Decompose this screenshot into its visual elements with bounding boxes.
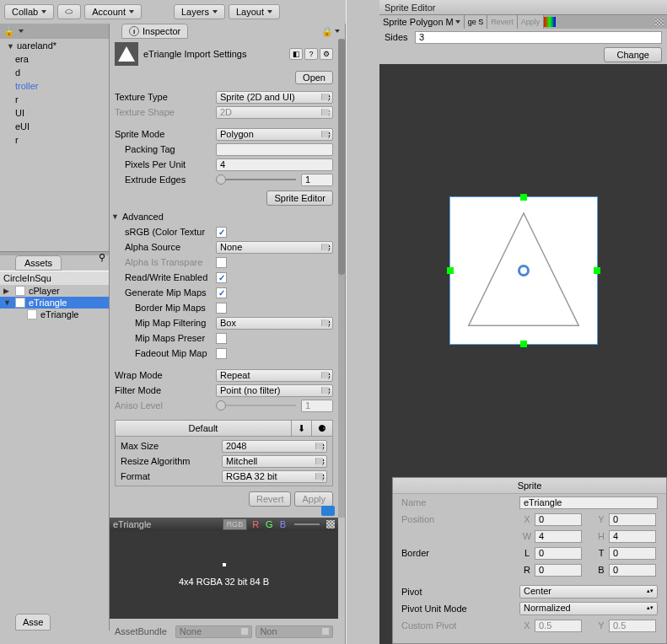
default-platform-button[interactable]: Default [116,421,292,436]
hierarchy-item[interactable]: d [0,66,109,79]
pivot-select[interactable]: Center▴▾ [519,585,658,598]
revert-button[interactable]: Revert [249,491,291,507]
sides-label: Sides [385,32,410,42]
android-platform-icon[interactable]: ⚈ [312,421,332,436]
layers-button[interactable]: Layers [174,4,225,19]
handle-top[interactable] [520,194,527,201]
scroll-thumb[interactable] [338,39,345,275]
hierarchy-item[interactable]: UI [0,106,109,120]
hierarchy-item[interactable]: troller [0,79,109,93]
breadcrumb[interactable]: CircleInSqu [0,271,109,285]
handle-right[interactable] [594,267,600,274]
resize-algo-select[interactable]: Mitchell▴▾ [222,455,327,468]
handle-bottom[interactable] [520,341,527,347]
mip-slider[interactable] [294,523,320,525]
alpha-icon[interactable] [326,520,335,529]
alpha-transp-checkbox [216,257,227,268]
alpha-icon[interactable] [655,18,664,26]
advanced-section[interactable]: ▼Advanced [110,209,338,224]
texture-type-select[interactable]: Sprite (2D and UI)▴▾ [216,91,333,104]
project-item-selected[interactable]: ▼eTriangle [0,297,109,309]
b-channel[interactable]: B [278,519,288,529]
pixels-per-unit-label: Pixels Per Unit [115,159,216,169]
open-button[interactable]: Open [295,71,333,84]
border-b-input[interactable] [609,564,656,577]
assetbundle-select[interactable]: None [175,625,253,638]
mipmaps-preserve-checkbox[interactable] [216,333,227,344]
wrap-mode-select[interactable]: Repeat▴▾ [216,369,333,382]
texture-shape-select: 2D▴▾ [216,106,333,119]
filter-icon[interactable]: ⚲ [99,252,105,255]
scene-row[interactable]: ▼ uareland* [0,39,109,52]
rgb-button[interactable]: RGB [223,518,248,530]
apply-button[interactable]: Apply [294,491,333,507]
extrude-edges-slider[interactable] [216,174,333,186]
read-write-checkbox[interactable]: ✓ [216,272,227,283]
position-y-input[interactable] [609,513,656,526]
project-subitem[interactable]: eTriangle [0,309,109,320]
filter-mode-label: Filter Mode [115,385,216,395]
assets-tab[interactable]: Assets [15,255,62,271]
gen-mipmaps-checkbox[interactable]: ✓ [216,287,227,298]
hierarchy-item[interactable]: r [0,93,109,106]
srgb-checkbox[interactable]: ✓ [216,227,227,238]
alpha-transp-label: Alpha Is Transpare [115,257,216,267]
r-channel[interactable]: R [250,519,261,529]
name-input[interactable] [519,496,658,509]
asset-preview-icon [115,42,138,66]
format-select[interactable]: RGBA 32 bit▴▾ [222,470,327,483]
sprite-mode-select[interactable]: Polygon▴▾ [216,128,333,141]
cloud-button[interactable] [57,4,81,19]
mipmaps-preserve-label: Mip Maps Preser [115,333,216,343]
mipmap-filter-select[interactable]: Box▴▾ [216,317,333,330]
assetbundle-variant-select[interactable]: Non [256,625,333,638]
sprite-bounds[interactable] [449,196,598,345]
position-w-input[interactable] [535,530,582,543]
hierarchy-header[interactable]: 🔒 [0,24,109,39]
sprite-canvas[interactable] [379,64,667,477]
change-button[interactable]: Change [604,47,662,62]
scrollbar[interactable] [338,39,345,518]
border-l-input[interactable] [535,547,582,560]
apply-button[interactable]: Apply [518,15,545,29]
aniso-level-label: Aniso Level [115,400,216,411]
max-size-select[interactable]: 2048▴▾ [222,440,327,453]
tag-icon[interactable] [321,506,335,516]
border-t-input[interactable] [609,547,656,560]
project-item[interactable]: ▶cPlayer [0,285,109,297]
gear-icon[interactable]: ⚙ [320,48,333,60]
hierarchy-item[interactable]: eUI [0,120,109,133]
filter-mode-select[interactable]: Point (no filter)▴▾ [216,384,333,397]
hierarchy-item[interactable]: r [0,133,109,147]
account-button[interactable]: Account [84,4,142,19]
pixels-per-unit-input[interactable] [216,158,333,171]
sides-input[interactable] [415,31,662,44]
fadeout-mipmaps-checkbox[interactable] [216,348,227,359]
alpha-source-select[interactable]: None▴▾ [216,241,333,254]
border-mipmaps-checkbox[interactable] [216,303,227,314]
layout-button[interactable]: Layout [229,4,280,19]
position-h-input[interactable] [609,530,656,543]
revert-button[interactable]: Revert [487,15,518,29]
lock-icon[interactable]: 🔒 [321,26,333,37]
packing-tag-input[interactable] [216,143,333,156]
polygon-mode-button[interactable]: Sprite Polygon M [379,15,465,29]
inspector-tab[interactable]: i Inspector [121,24,188,39]
standalone-platform-icon[interactable]: ⬇ [292,421,312,436]
pivot-handle[interactable] [518,265,530,276]
handle-left[interactable] [447,267,454,274]
custom-pivot-y-input [609,620,656,632]
collab-button[interactable]: Collab [4,4,54,19]
pivot-unit-mode-select[interactable]: Normalized▴▾ [519,602,658,615]
component-icon[interactable]: ◧ [289,48,303,60]
hierarchy-item[interactable]: era [0,52,109,66]
sprite-editor-button[interactable]: Sprite Editor [266,191,333,206]
help-icon[interactable]: ? [304,48,318,60]
preview-panel: eTriangle RGB R G B 4x4 RGBA 32 bit 84 B… [110,518,338,644]
rgb-icon[interactable] [544,17,556,27]
asse-tab[interactable]: Asse [15,614,51,631]
ge-s-button[interactable]: ge S [465,15,488,29]
border-r-input[interactable] [535,564,582,577]
position-x-input[interactable] [535,513,582,526]
g-channel[interactable]: G [264,519,275,529]
